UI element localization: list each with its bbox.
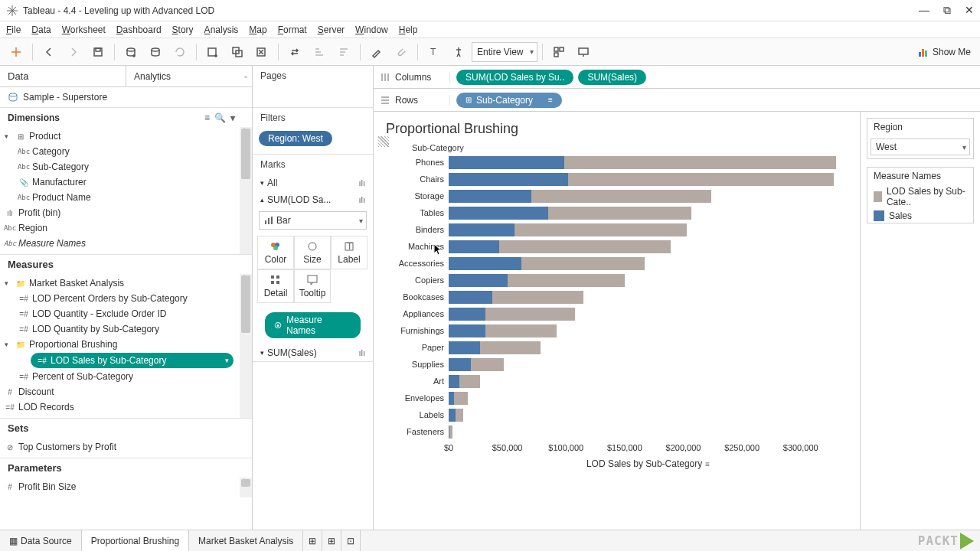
field-market-basket-analysis[interactable]: ▾📁Market Basket Analysis — [0, 276, 252, 291]
marks-all[interactable]: ▾Allılı — [253, 174, 373, 191]
menu-dashboard[interactable]: Dashboard — [116, 24, 162, 35]
minimize-button[interactable]: — — [919, 4, 929, 17]
bar-sales[interactable] — [449, 223, 514, 236]
filter-pill-region[interactable]: Region: West — [259, 131, 332, 146]
bar-row[interactable]: Chairs — [386, 171, 848, 187]
menu-server[interactable]: Server — [318, 24, 345, 35]
bar-sales[interactable] — [449, 257, 521, 270]
bar-row[interactable]: Furnishings — [386, 322, 848, 339]
bar-row[interactable]: Copiers — [386, 272, 848, 289]
field-discount[interactable]: #Discount — [0, 384, 252, 399]
search-icon[interactable]: 🔍 — [214, 112, 226, 123]
new-worksheet-tab[interactable]: ⊞ — [303, 530, 322, 552]
bar-sales[interactable] — [449, 156, 564, 169]
menu-format[interactable]: Format — [278, 24, 307, 35]
column-pill[interactable]: SUM(LOD Sales by Su.. — [456, 70, 573, 85]
highlight-button[interactable] — [365, 41, 388, 63]
attach-button[interactable] — [390, 41, 413, 63]
bar-row[interactable]: Binders — [386, 221, 848, 238]
clear-button[interactable] — [250, 41, 273, 63]
dimensions-scrollbar[interactable] — [240, 127, 252, 254]
legend-item[interactable]: Sales — [867, 209, 973, 223]
sort-desc-button[interactable] — [332, 41, 355, 63]
marks-shelf1[interactable]: ▴SUM(LOD Sa...ılı — [253, 191, 373, 208]
menu-window[interactable]: Window — [355, 24, 388, 35]
field-sub-category[interactable]: AbcSub-Category — [0, 159, 252, 174]
field-lod-quantity-exclude-order-id[interactable]: =#LOD Quantity - Exclude Order ID — [0, 306, 252, 321]
mark-type-select[interactable]: Bar — [259, 211, 367, 230]
view-icon[interactable]: ≡ — [204, 112, 210, 123]
menu-file[interactable]: File — [6, 24, 21, 35]
pause-data-button[interactable] — [144, 41, 167, 63]
fit-select[interactable]: Entire View — [472, 42, 537, 62]
marks-detail[interactable]: Detail — [257, 269, 294, 303]
forward-button[interactable] — [62, 41, 85, 63]
show-me-button[interactable]: Show Me — [913, 46, 975, 58]
bar-sales[interactable] — [449, 425, 449, 439]
columns-shelf[interactable]: Columns SUM(LOD Sales by Su..SUM(Sales) — [374, 66, 980, 89]
field-profit-bin-[interactable]: ılıProfit (bin) — [0, 205, 252, 220]
menu-story[interactable]: Story — [172, 24, 194, 35]
bar-sales[interactable] — [449, 341, 480, 354]
marks-shelf2[interactable]: ▾SUM(Sales)ılı — [253, 344, 373, 361]
maximize-button[interactable]: ⧉ — [943, 4, 951, 17]
column-pill[interactable]: SUM(Sales) — [578, 70, 646, 85]
bar-row[interactable]: Supplies — [386, 356, 848, 373]
close-button[interactable]: ✕ — [965, 4, 974, 17]
bar-sales[interactable] — [449, 190, 531, 203]
field-proportional-brushing[interactable]: ▾📁Proportional Brushing — [0, 337, 252, 352]
bar-sales[interactable] — [449, 207, 548, 220]
datasource-row[interactable]: Sample - Superstore — [0, 87, 252, 107]
legend-item[interactable]: LOD Sales by Sub-Cate.. — [867, 184, 973, 209]
save-button[interactable] — [87, 41, 109, 63]
bar-sales[interactable] — [449, 291, 492, 304]
marks-tooltip[interactable]: Tooltip — [294, 269, 331, 303]
new-dashboard-tab[interactable]: ⊞ — [322, 530, 341, 552]
show-cards-button[interactable] — [547, 41, 570, 63]
duplicate-button[interactable] — [226, 41, 249, 63]
new-story-tab[interactable]: ⊡ — [341, 530, 361, 552]
field-top-customers-by-profit[interactable]: ⊘Top Customers by Profit — [0, 439, 252, 455]
swap-button[interactable] — [283, 41, 306, 63]
bar-row[interactable]: Bookcases — [386, 289, 848, 305]
bar-row[interactable]: Accessories — [386, 255, 848, 272]
field-lod-quantity-by-sub-category[interactable]: =#LOD Quantity by Sub-Category — [0, 321, 252, 337]
back-button[interactable] — [38, 41, 60, 63]
marks-color[interactable]: Color — [257, 236, 294, 269]
new-worksheet-button[interactable] — [201, 41, 224, 63]
menu-icon[interactable]: ▾ — [230, 112, 235, 123]
bar-sales[interactable] — [449, 375, 459, 388]
presentation-button[interactable] — [572, 41, 595, 63]
tab-data[interactable]: Data — [0, 66, 126, 86]
tableau-icon[interactable] — [5, 41, 28, 63]
menu-worksheet[interactable]: Worksheet — [62, 24, 106, 35]
sheet-tab-market-basket[interactable]: Market Basket Analysis — [189, 530, 303, 552]
field-lod-percent-orders-by-sub-category[interactable]: =#LOD Percent Orders by Sub-Category — [0, 291, 252, 306]
field-product-name[interactable]: AbcProduct Name — [0, 190, 252, 205]
field-lod-sales-by-sub-category[interactable]: =#LOD Sales by Sub-Category▾ — [31, 353, 234, 368]
row-pill[interactable]: ⊞Sub-Category≡ — [456, 93, 562, 108]
bar-row[interactable]: Machines — [386, 238, 848, 255]
bar-sales[interactable] — [449, 274, 508, 287]
bar-row[interactable]: Appliances — [386, 305, 848, 322]
analytics-menu-icon[interactable]: ◦ — [244, 72, 247, 81]
field-lod-records[interactable]: =#LOD Records — [0, 399, 252, 415]
field-manufacturer[interactable]: 📎Manufacturer — [0, 174, 252, 190]
bar-row[interactable]: Storage — [386, 187, 848, 204]
bar-row[interactable]: Phones — [386, 154, 848, 171]
data-source-tab[interactable]: ▦Data Source — [0, 530, 82, 552]
bar-sales[interactable] — [449, 173, 568, 186]
field-percent-of-sub-category[interactable]: =#Percent of Sub-Category — [0, 369, 252, 384]
sheet-tab-proportional-brushing[interactable]: Proportional Brushing — [82, 530, 189, 552]
marks-pill-measure-names[interactable]: ⦿Measure Names — [265, 312, 361, 338]
bar-row[interactable]: Art — [386, 373, 848, 390]
labels-button[interactable]: T — [423, 41, 446, 63]
bar-row[interactable]: Envelopes — [386, 390, 848, 406]
field-region[interactable]: AbcRegion — [0, 220, 252, 236]
menu-map[interactable]: Map — [249, 24, 266, 35]
menu-analysis[interactable]: Analysis — [204, 24, 239, 35]
bar-sales[interactable] — [449, 358, 471, 371]
bar-row[interactable]: Fasteners — [386, 423, 848, 440]
marks-label[interactable]: TLabel — [331, 236, 368, 269]
region-select[interactable]: West — [871, 139, 970, 155]
